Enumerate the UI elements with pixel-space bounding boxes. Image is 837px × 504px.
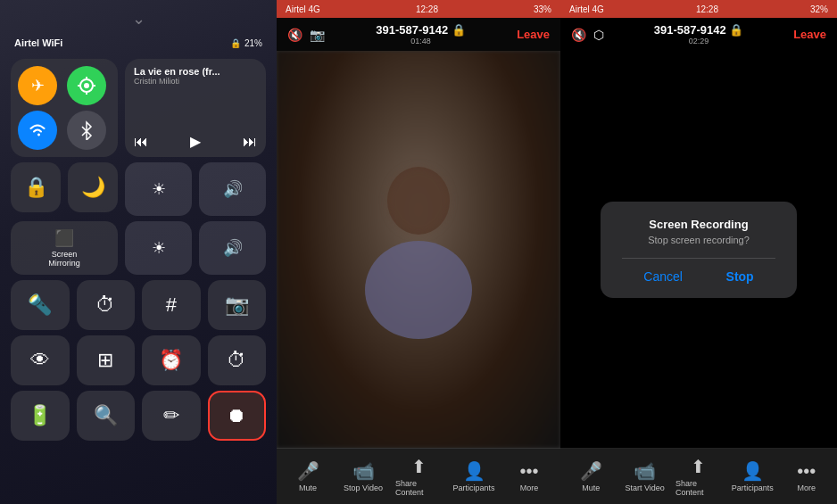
vc-carrier: Airtel 4G (286, 4, 320, 14)
dark-time: 12:28 (696, 4, 718, 14)
dark-mute-btn[interactable]: 🎤 Mute (568, 460, 614, 492)
status-bar-cc: Airtel WiFi 🔒 21% (11, 36, 266, 50)
battery-percent: 21% (244, 38, 262, 48)
video-call-panel: Airtel 4G 12:28 33% 🔇 📷 391-587-9142 🔒 0… (277, 0, 560, 504)
bluetooth-btn[interactable] (67, 111, 106, 150)
dialog-cancel-btn[interactable]: Cancel (629, 268, 697, 285)
play-btn[interactable]: ▶ (190, 133, 201, 150)
vc-call-info: 391-587-9142 🔒 01:48 (376, 23, 466, 45)
camera-btn[interactable]: 📷 (208, 280, 267, 330)
mirror-icon: ⬛ (54, 228, 74, 248)
music-player: La vie en rose (fr... Cristin Milioti ⏮ … (125, 59, 266, 157)
status-right: 🔒 21% (230, 38, 262, 48)
orientation-lock-btn[interactable]: 🔒 (11, 162, 61, 212)
cc-sliders-row: 🔒 🌙 ☀ 🔊 (11, 162, 266, 216)
next-btn[interactable]: ⏭ (243, 134, 257, 150)
person-overlay (277, 51, 560, 448)
vc-more-btn[interactable]: ••• More (506, 461, 552, 492)
dialog-subtitle: Stop screen recording? (622, 235, 775, 245)
prev-btn[interactable]: ⏮ (134, 134, 148, 150)
qr-btn[interactable]: ⊞ (77, 335, 136, 385)
cc-icon-row-3: 🔋 🔍 ✏ ⏺ (11, 391, 266, 441)
screen-record-btn[interactable]: ⏺ (208, 391, 267, 441)
dark-main-area: Screen Recording Stop screen recording? … (560, 51, 837, 448)
dark-share-btn[interactable]: ⬆ Share Content (675, 456, 722, 497)
dark-mute-icon: 🎤 (580, 460, 602, 482)
wifi-btn[interactable] (18, 111, 57, 150)
dark-more-label: More (797, 483, 816, 492)
timer-btn[interactable]: ⏱ (77, 280, 136, 330)
vc-status-right: 33% (534, 4, 551, 14)
share-icon: ⬆ (411, 456, 427, 477)
dark-bt-icon: ⬡ (593, 28, 604, 42)
volume-vertical-slider[interactable]: 🔊 (199, 221, 266, 275)
vc-participants-btn[interactable]: 👤 Participants (451, 460, 497, 492)
stop-video-icon: 📹 (352, 460, 375, 482)
cellular-btn[interactable] (67, 66, 106, 105)
vc-status-bar: Airtel 4G 12:28 33% (277, 0, 560, 18)
vc-duration: 01:48 (376, 37, 466, 45)
dark-mic-icon: 🔇 (571, 28, 586, 42)
calculator-btn[interactable]: # (142, 280, 201, 330)
dark-status-bar: Airtel 4G 12:28 32% (560, 0, 837, 18)
airplane-mode-btn[interactable]: ✈ (18, 66, 57, 105)
dark-battery: 32% (810, 4, 828, 14)
vc-leave-btn[interactable]: Leave (517, 28, 550, 41)
dark-participants-icon: 👤 (742, 460, 764, 482)
mute-icon: 🎤 (297, 460, 319, 482)
vc-battery: 33% (534, 4, 551, 14)
brightness-slider[interactable]: ☀ (125, 162, 192, 216)
vc-header-icons: 🔇 📷 (287, 28, 325, 42)
dark-phone-number: 391-587-9142 🔒 (654, 23, 744, 37)
dark-leave-btn[interactable]: Leave (793, 28, 826, 41)
dark-more-btn[interactable]: ••• More (783, 461, 830, 492)
dark-carrier: Airtel 4G (569, 4, 604, 14)
dialog-stop-btn[interactable]: Stop (712, 268, 768, 285)
vc-stop-video-btn[interactable]: 📹 Stop Video (340, 460, 386, 492)
dark-video-icon: 📹 (634, 460, 656, 482)
svg-point-8 (387, 167, 450, 235)
vc-status-left: Airtel 4G (286, 4, 320, 14)
dark-participants-btn[interactable]: 👤 Participants (729, 460, 775, 492)
lock-icon: 🔒 (452, 23, 466, 37)
cc-mirror-row: ⬛ ScreenMirroring ☀ 🔊 (11, 221, 266, 275)
music-controls: ⏮ ▶ ⏭ (134, 133, 257, 150)
dark-lock-icon: 🔒 (729, 23, 743, 37)
clock-btn[interactable]: ⏱ (208, 335, 267, 385)
eye-btn[interactable]: 👁 (11, 335, 70, 385)
dark-header: 🔇 ⬡ 391-587-9142 🔒 02:29 Leave (560, 18, 837, 51)
vc-mute-btn[interactable]: 🎤 Mute (285, 460, 331, 492)
zoom-btn[interactable]: 🔍 (77, 391, 136, 441)
dark-more-icon: ••• (797, 461, 816, 482)
dark-start-video-btn[interactable]: 📹 Start Video (622, 460, 668, 492)
edit-btn[interactable]: ✏ (142, 391, 201, 441)
music-artist: Cristin Milioti (134, 77, 257, 86)
mute-label: Mute (299, 483, 317, 492)
vc-video-area (277, 51, 560, 448)
battery-btn[interactable]: 🔋 (11, 391, 70, 441)
dark-duration: 02:29 (654, 37, 744, 45)
more-icon: ••• (519, 461, 538, 482)
alarm-btn[interactable]: ⏰ (142, 335, 201, 385)
music-info: La vie en rose (fr... Cristin Milioti (134, 66, 257, 86)
dialog-buttons: Cancel Stop (622, 268, 775, 285)
stop-video-label: Stop Video (344, 483, 383, 492)
vc-share-btn[interactable]: ⬆ Share Content (395, 456, 442, 497)
screen-mirroring-btn[interactable]: ⬛ ScreenMirroring (11, 221, 118, 275)
vc-phone-number: 391-587-9142 🔒 (376, 23, 466, 37)
participants-label: Participants (452, 483, 494, 492)
carrier-wifi: Airtel WiFi (14, 37, 62, 48)
volume-slider[interactable]: 🔊 (199, 162, 266, 216)
mic-icon: 🔇 (287, 28, 302, 42)
connectivity-block: ✈ (11, 59, 118, 157)
panel-handle: ⌄ (11, 9, 266, 29)
svg-point-1 (84, 83, 89, 88)
participants-icon: 👤 (463, 460, 485, 482)
cc-top-row: ✈ (11, 59, 266, 157)
brightness-vertical-slider[interactable]: ☀ (125, 221, 192, 275)
person-silhouette (347, 152, 490, 348)
vc-time: 12:28 (416, 4, 438, 14)
flashlight-btn[interactable]: 🔦 (11, 280, 70, 330)
do-not-disturb-btn[interactable]: 🌙 (68, 162, 118, 212)
dark-toolbar: 🎤 Mute 📹 Start Video ⬆ Share Content 👤 P… (560, 448, 837, 504)
